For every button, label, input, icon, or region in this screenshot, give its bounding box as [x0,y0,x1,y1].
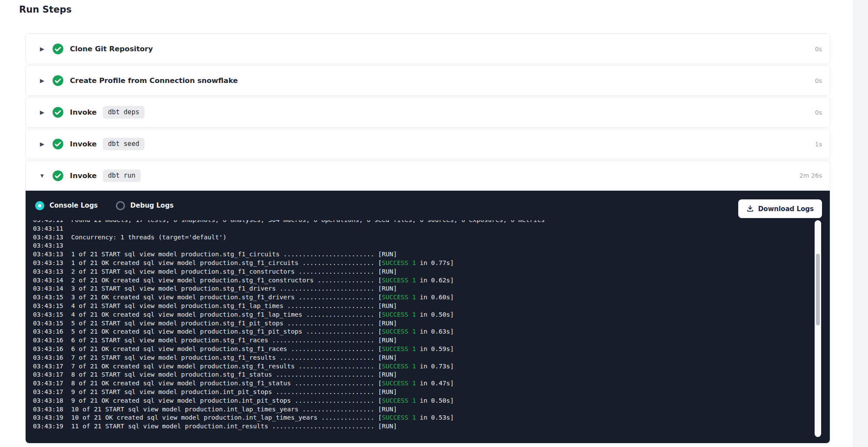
log-timestamp: 03:43:15 [33,293,71,302]
log-timestamp: 03:43:18 [33,397,71,405]
log-timestamp: 03:43:15 [33,319,71,328]
step-row-create-profile-snowflake[interactable]: ▶Create Profile from Connection snowflak… [26,66,830,96]
tab-console-logs[interactable]: Console Logs [35,201,98,210]
log-message: 7 of 21 OK created sql view model produc… [71,362,454,371]
success-check-icon [52,170,64,182]
log-line: 03:43:1810 of 21 START sql view model pr… [33,405,812,414]
log-message: Found 21 models, 17 tests, 0 snapshots, … [71,220,545,225]
expand-caret-icon[interactable]: ▶ [39,109,46,115]
log-timestamp: 03:43:13 [33,259,71,268]
step-duration: 1s [815,141,822,148]
log-timestamp: 03:43:15 [33,302,71,311]
log-timestamp: 03:43:19 [33,422,71,431]
tab-debug-logs[interactable]: Debug Logs [116,201,174,210]
step-label: Clone Git Repository [70,45,153,53]
step-command-chip: dbt deps [103,106,145,119]
log-timestamp: 03:43:16 [33,336,71,345]
log-line: 03:43:189 of 21 OK created sql view mode… [33,397,812,405]
log-timestamp: 03:43:16 [33,354,71,362]
run-steps-list: ▶Clone Git Repository0s▶Create Profile f… [25,33,830,444]
log-line: 03:43:131 of 21 OK created sql view mode… [33,259,812,268]
expand-caret-icon[interactable]: ▶ [39,78,46,83]
log-line: 03:43:166 of 21 START sql view model pro… [33,336,812,345]
log-message: 1 of 21 OK created sql view model produc… [71,259,454,268]
step-duration: 2m 26s [799,172,822,179]
log-timestamp: 03:43:17 [33,388,71,397]
step-duration: 0s [815,109,822,116]
log-line: 03:43:167 of 21 START sql view model pro… [33,354,812,362]
step-label: Invoke [70,172,97,180]
step-row-clone-git-repository[interactable]: ▶Clone Git Repository0s [26,34,830,64]
log-line: 03:43:154 of 21 START sql view model pro… [33,302,812,311]
download-icon [746,205,754,212]
console-logs-panel: Console LogsDebug LogsDownload Logs03:43… [26,191,830,443]
log-timestamp: 03:43:19 [33,414,71,422]
log-message: 7 of 21 START sql view model production.… [71,354,397,362]
log-line: 03:43:1911 of 21 START sql view model pr… [33,422,812,431]
log-timestamp: 03:43:11 [33,225,71,233]
log-message: 1 of 21 START sql view model production.… [71,250,397,259]
log-line: 03:43:178 of 21 START sql view model pro… [33,371,812,379]
expand-caret-icon[interactable]: ▶ [39,46,46,52]
success-check-icon [52,106,64,118]
log-message: Concurrency: 1 threads (target='default'… [71,233,227,242]
log-timestamp: 03:43:13 [33,268,71,276]
console-toolbar: Console LogsDebug LogsDownload Logs [26,191,830,220]
step-duration: 0s [815,46,822,53]
step-card-invoke-dbt-run: ▼Invokedbt run2m 26sConsole LogsDebug Lo… [25,160,830,444]
success-check-icon [52,43,64,55]
step-duration: 0s [815,77,822,84]
log-message: 9 of 21 OK created sql view model produc… [71,397,454,405]
log-line: 03:43:179 of 21 START sql view model pro… [33,388,812,397]
page-title: Run Steps [19,4,72,15]
collapse-caret-icon[interactable]: ▼ [39,173,46,179]
step-label: Invoke [70,108,97,116]
tab-label-debug-logs: Debug Logs [130,202,174,209]
radio-unselected-icon[interactable] [116,201,125,210]
log-line: 03:43:142 of 21 OK created sql view mode… [33,276,812,285]
step-card-invoke-dbt-seed: ▶Invokedbt seed1s [25,129,830,159]
log-line: 03:43:143 of 21 START sql view model pro… [33,285,812,293]
console-log-output[interactable]: 03:43:11Found 21 models, 17 tests, 0 sna… [33,220,812,440]
log-message: 6 of 21 OK created sql view model produc… [71,345,454,354]
step-command-chip: dbt run [103,169,141,182]
download-logs-button[interactable]: Download Logs [738,199,822,218]
log-timestamp: 03:43:14 [33,285,71,293]
log-timestamp: 03:43:13 [33,250,71,259]
log-line: 03:43:154 of 21 OK created sql view mode… [33,311,812,319]
log-message: 3 of 21 START sql view model production.… [71,285,397,293]
log-timestamp: 03:43:17 [33,379,71,388]
tab-label-console-logs: Console Logs [49,202,98,209]
step-command-chip: dbt seed [103,138,145,150]
log-timestamp: 03:43:11 [33,220,71,225]
console-scrollbar[interactable] [815,220,821,437]
log-message: 11 of 21 START sql view model production… [71,422,397,431]
log-line: 03:43:178 of 21 OK created sql view mode… [33,379,812,388]
log-timestamp: 03:43:15 [33,311,71,319]
step-row-invoke-dbt-run[interactable]: ▼Invokedbt run2m 26s [26,161,830,191]
radio-selected-icon[interactable] [35,201,44,210]
expand-caret-icon[interactable]: ▶ [39,141,46,147]
log-line: 03:43:131 of 21 START sql view model pro… [33,250,812,259]
step-card-clone-git-repository: ▶Clone Git Repository0s [25,33,830,64]
log-line: 03:43:165 of 21 OK created sql view mode… [33,328,812,336]
step-row-invoke-dbt-seed[interactable]: ▶Invokedbt seed1s [26,129,830,159]
log-line: 03:43:177 of 21 OK created sql view mode… [33,362,812,371]
log-line: 03:43:153 of 21 OK created sql view mode… [33,293,812,302]
success-check-icon [52,75,64,86]
log-message: 9 of 21 START sql view model production.… [71,388,397,397]
log-message: 4 of 21 OK created sql view model produc… [71,311,454,319]
log-message: 4 of 21 START sql view model production.… [71,302,397,311]
console-scrollbar-thumb[interactable] [816,254,820,325]
step-row-invoke-dbt-deps[interactable]: ▶Invokedbt deps0s [26,97,830,127]
console-log-lines: 03:43:11Found 21 models, 17 tests, 0 sna… [33,220,812,431]
log-line: 03:43:11 [33,225,812,233]
log-message: 8 of 21 OK created sql view model produc… [71,379,454,388]
log-message: 5 of 21 OK created sql view model produc… [71,328,454,336]
log-timestamp: 03:43:16 [33,328,71,336]
download-logs-label: Download Logs [758,205,814,213]
log-timestamp: 03:43:13 [33,242,71,250]
log-timestamp: 03:43:18 [33,405,71,414]
log-line: 03:43:13Concurrency: 1 threads (target='… [33,233,812,242]
step-label: Create Profile from Connection snowflake [70,76,238,85]
